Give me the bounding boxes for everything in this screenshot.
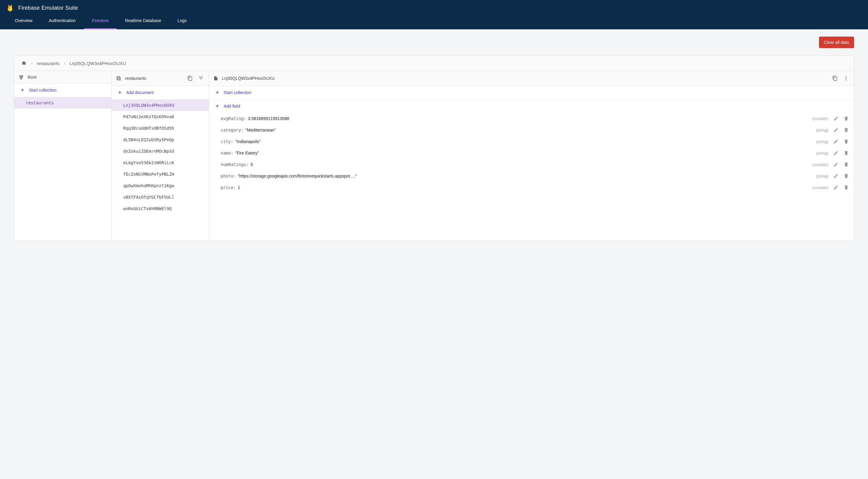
field-key: name: <box>221 150 234 156</box>
field-value: "Mediterranean" <box>245 128 276 132</box>
copy-icon[interactable] <box>186 75 194 82</box>
field-type: (number) <box>810 162 828 167</box>
field-value: 3.5816899119913588 <box>248 116 289 121</box>
field-row: category: "Mediterranean"(string) <box>209 124 854 136</box>
document-row[interactable]: wnRoGUiCTv6hRBWEl9Q <box>112 203 209 214</box>
clear-all-data-button[interactable]: Clear all data <box>819 37 855 48</box>
edit-icon[interactable] <box>833 162 839 167</box>
field-value: 5 <box>251 162 253 167</box>
field-type: (string) <box>814 128 828 132</box>
tab-firestore[interactable]: Firestore <box>84 13 117 29</box>
chevron-right-icon: › <box>64 61 65 66</box>
field-type: (string) <box>814 151 828 156</box>
documents-list: Lnj35QLQW3x4PHosOUXUPd7oNz2eXKxTQsKO9va6… <box>112 100 209 214</box>
breadcrumb-document[interactable]: Lnj35QLQW3x4PHosOUXU <box>69 61 126 66</box>
field-row: numRatings: 5(number) <box>209 159 854 170</box>
fields-list: avgRating: 3.5816899119913588(number)cat… <box>209 113 854 193</box>
tab-overview[interactable]: Overview <box>7 13 40 29</box>
edit-icon[interactable] <box>833 139 839 144</box>
panel-title: Lnj35QLQW3x4PHosOUXU <box>222 76 828 81</box>
delete-icon[interactable] <box>843 150 849 156</box>
document-row[interactable]: fEcZoNSVMNoPefyPBLZH <box>112 168 209 180</box>
edit-icon[interactable] <box>833 185 839 190</box>
field-value: "https://storage.googleapis.com/firestor… <box>238 174 357 178</box>
edit-icon[interactable] <box>833 116 839 121</box>
panel-title: Root <box>28 75 37 79</box>
document-row[interactable]: Rqq3DcuUdHTsOBfOSd5h <box>112 123 209 134</box>
filter-icon[interactable] <box>197 75 205 82</box>
fields-panel: Lnj35QLQW3x4PHosOUXU + Start collection … <box>209 71 854 240</box>
collection-row[interactable]: restaurants <box>14 97 112 109</box>
edit-icon[interactable] <box>833 127 839 133</box>
field-value: "Fire Eatery" <box>235 150 259 156</box>
start-collection-button[interactable]: + Start collection <box>209 86 854 100</box>
delete-icon[interactable] <box>843 127 849 133</box>
action-label: Start collection <box>29 88 57 93</box>
nav-tabs: OverviewAuthenticationFirestoreRealtime … <box>0 13 868 29</box>
document-row[interactable]: qpOwXmohoMhKpnzt1Kgw <box>112 180 209 192</box>
document-row[interactable]: dnZokuiZOEmrnMOcBpSO <box>112 145 209 157</box>
app-header: Firebase Emulator Suite OverviewAuthenti… <box>0 0 868 29</box>
plus-icon: + <box>215 103 219 109</box>
documents-panel: restaurants + Add document Lnj35QLQW3x4P… <box>112 71 209 240</box>
add-field-button[interactable]: + Add field <box>209 100 854 113</box>
edit-icon[interactable] <box>833 173 839 179</box>
field-type: (string) <box>814 139 828 144</box>
field-key: category: <box>221 128 244 132</box>
action-label: Add document <box>126 90 153 95</box>
svg-point-0 <box>846 76 846 77</box>
field-key: city: <box>221 139 234 144</box>
field-key: photo: <box>221 174 236 178</box>
field-value: "Indianapolis" <box>235 139 261 144</box>
document-row[interactable]: Lnj35QLQW3x4PHosOUXU <box>112 100 209 111</box>
document-row[interactable]: Pd7oNz2eXKxTQsKO9va6 <box>112 111 209 123</box>
breadcrumb-collection[interactable]: restaurants <box>37 61 60 66</box>
breadcrumb: › restaurants › Lnj35QLQW3x4PHosOUXU <box>14 56 854 71</box>
field-row: price: 1(number) <box>209 182 854 193</box>
delete-icon[interactable] <box>843 139 849 144</box>
field-row: avgRating: 3.5816899119913588(number) <box>209 113 854 124</box>
field-row: city: "Indianapolis"(string) <box>209 136 854 147</box>
field-key: numRatings: <box>221 162 249 167</box>
chevron-right-icon: › <box>31 61 33 66</box>
document-icon <box>213 76 218 81</box>
field-key: price: <box>221 185 236 190</box>
root-panel: Root + Start collection restaurants <box>14 71 112 240</box>
action-label: Add field <box>224 104 240 109</box>
edit-icon[interactable] <box>833 150 839 156</box>
field-key: avgRating: <box>221 116 246 121</box>
plus-icon: + <box>118 90 122 96</box>
svg-point-2 <box>846 79 846 80</box>
field-type: (string) <box>814 174 828 178</box>
delete-icon[interactable] <box>843 116 849 121</box>
copy-icon[interactable] <box>831 75 839 82</box>
action-label: Start collection <box>224 90 251 95</box>
firebase-logo-icon <box>7 4 13 12</box>
field-type: (number) <box>810 185 828 190</box>
firestore-data-card: › restaurants › Lnj35QLQW3x4PHosOUXU Roo… <box>14 55 854 241</box>
collection-icon <box>116 76 121 81</box>
document-row[interactable]: dL5B4vLDZZubSRy5PeQp <box>112 134 209 145</box>
document-row[interactable]: vBXfFAzOfqYGCfbFVULl <box>112 192 209 203</box>
tab-authentication[interactable]: Authentication <box>40 13 84 29</box>
panel-title: restaurants <box>125 76 183 81</box>
delete-icon[interactable] <box>843 162 849 167</box>
field-row: name: "Fire Eatery"(string) <box>209 147 854 159</box>
field-row: photo: "https://storage.googleapis.com/f… <box>209 170 854 182</box>
delete-icon[interactable] <box>843 173 849 179</box>
document-row[interactable]: eLAgYxeSS6k2zWORiLcK <box>112 157 209 168</box>
home-icon[interactable] <box>21 61 27 66</box>
delete-icon[interactable] <box>843 185 849 190</box>
root-icon <box>19 75 24 79</box>
tab-realtime-database[interactable]: Realtime Database <box>117 13 169 29</box>
field-type: (number) <box>810 116 828 121</box>
start-collection-button[interactable]: + Start collection <box>14 83 112 97</box>
collections-list: restaurants <box>14 97 112 109</box>
plus-icon: + <box>215 90 219 96</box>
tab-logs[interactable]: Logs <box>169 13 195 29</box>
field-value: 1 <box>238 185 240 190</box>
add-document-button[interactable]: + Add document <box>112 86 209 100</box>
plus-icon: + <box>20 87 25 93</box>
app-title: Firebase Emulator Suite <box>18 5 78 11</box>
more-icon[interactable] <box>842 75 849 82</box>
